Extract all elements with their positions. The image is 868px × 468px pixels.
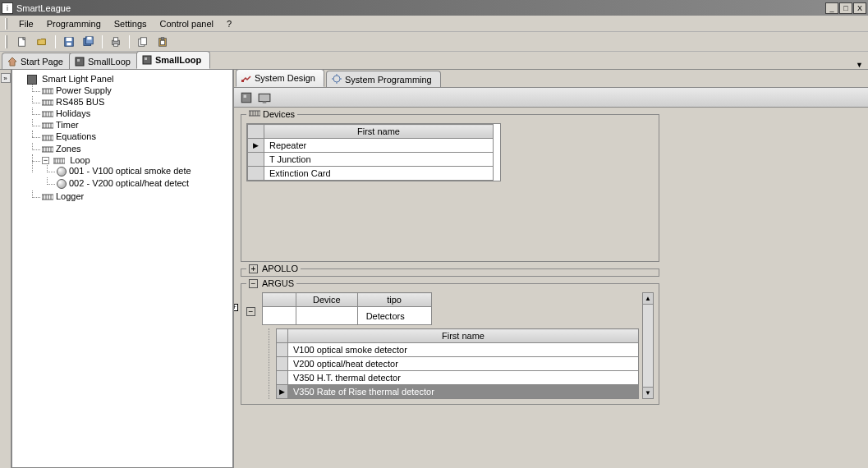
tab-smallloop-1[interactable]: SmallLoop [69,53,140,69]
table-row[interactable]: V350 H.T. thermal detector [277,371,639,385]
tree-item-label: Timer [56,120,79,130]
cell-tipo: Detectors [357,307,431,325]
table-row[interactable]: T Junction [248,153,494,167]
tree-item-timer[interactable]: Timer [42,119,232,131]
tab-system-design[interactable]: System Design [236,70,324,87]
cell: V100 optical smoke detector [288,343,639,357]
collapse-tree-button[interactable]: » [1,73,11,83]
print-button[interactable] [108,34,124,50]
table-row[interactable]: V200 optical/heat detector [277,357,639,371]
tabs-dropdown[interactable]: ▼ [856,61,863,69]
treeview-panel: Smart Light Panel Power Supply RS485 BUS… [11,70,233,468]
svg-rect-2 [67,37,72,40]
tree-loop-item-1[interactable]: 001 - V100 optical smoke dete [57,165,232,177]
argus-detectors-grid[interactable]: First name V100 optical smoke detector V… [276,328,639,399]
svg-rect-16 [77,59,80,62]
collapse-button[interactable]: − [249,279,258,288]
column-header[interactable]: First name [288,329,639,343]
tree-item-power-supply[interactable]: Power Supply [42,85,232,96]
svg-rect-59 [241,80,244,82]
menu-file[interactable]: File [12,17,40,30]
tab-label: System Programming [345,75,432,85]
tree: Smart Light Panel Power Supply RS485 BUS… [12,73,232,203]
tab-start-page[interactable]: Start Page [2,53,72,69]
tree-item-zones[interactable]: Zones [42,143,232,154]
panel-icon [75,57,85,67]
table-row[interactable]: V100 optical smoke detector [277,343,639,357]
copy-button[interactable] [135,34,151,50]
tree-item-label: Power Supply [56,85,112,95]
view-panel-button[interactable] [239,90,254,105]
tree-root-label: Smart Light Panel [42,74,113,84]
devices-grid[interactable]: First name ▶Repeater T Junction Extincti… [246,123,501,181]
cell: V350 H.T. thermal detector [288,371,639,385]
row-indicator [248,167,264,181]
argus-device-table[interactable]: Device tipo Detectors [262,292,432,325]
argus-scrollbar[interactable]: ▲ ▼ [642,292,654,399]
expand-button[interactable]: + [249,264,258,273]
expander-minus-icon[interactable]: − [42,157,49,164]
toolbar [0,32,868,52]
new-button[interactable] [14,34,30,50]
menu-programming[interactable]: Programming [40,17,108,30]
svg-rect-62 [244,94,246,97]
tree-loop-item-2[interactable]: 002 - V200 optical/heat detect [57,177,232,190]
paste-button[interactable] [154,34,171,50]
scroll-up-icon[interactable]: ▲ [643,293,653,305]
view-screen-button[interactable] [257,90,272,105]
cell: Repeater [264,139,494,153]
tree-item-holidays[interactable]: Holidays [42,108,232,119]
tab-system-programming[interactable]: System Programming [326,71,441,87]
svg-rect-14 [160,40,164,44]
tree-item-label: Loop [70,155,90,165]
minimize-button[interactable]: _ [825,2,838,14]
design-icon [241,72,251,84]
module-icon [42,87,53,95]
svg-rect-8 [113,37,117,40]
menu-control-panel[interactable]: Control panel [154,17,220,30]
detector-icon [57,179,67,189]
row-indicator-icon: ▶ [248,139,264,153]
close-button[interactable]: X [853,2,866,14]
argus-row-collapse[interactable]: − [246,307,255,316]
open-button[interactable] [34,34,50,50]
table-row[interactable]: Extinction Card [248,167,494,181]
svg-rect-64 [263,101,267,103]
menubar: File Programming Settings Control panel … [0,16,868,32]
toolbar-grip[interactable] [5,35,7,48]
column-header[interactable]: First name [264,125,494,139]
module-icon [42,99,53,107]
groupbox-title: APOLLO [262,264,298,273]
tree-item-rs485[interactable]: RS485 BUS [42,96,232,108]
module-icon [42,122,53,130]
table-row[interactable]: ▶Repeater [248,139,494,153]
tree-root[interactable]: Smart Light Panel Power Supply RS485 BUS… [27,73,232,203]
row-indicator [248,153,264,167]
svg-rect-11 [140,37,146,44]
tree-item-equations[interactable]: Equations [42,131,232,142]
tree-item-logger[interactable]: Logger [42,190,232,202]
table-row-selected[interactable]: ▶V350 Rate of Rise thermal detector [277,385,639,399]
maximize-button[interactable]: □ [839,2,852,14]
save-all-button[interactable] [80,34,97,50]
tree-item-label: Zones [56,144,81,154]
tree-item-label: RS485 BUS [56,97,104,107]
tab-smallloop-2[interactable]: SmallLoop [136,51,210,69]
window-titlebar: i SmartLeague _ □ X [0,0,868,16]
module-icon [53,157,65,165]
table-row[interactable]: Detectors [263,307,432,325]
work-tabs: System Design System Programming [234,70,868,88]
scroll-down-icon[interactable]: ▼ [643,387,653,398]
menu-help[interactable]: ? [220,17,238,30]
column-header-device[interactable]: Device [296,293,358,307]
column-header-tipo[interactable]: tipo [357,293,431,307]
device-icon-cell [296,307,358,325]
module-icon [42,145,53,154]
menu-settings[interactable]: Settings [108,17,154,30]
save-button[interactable] [61,34,77,50]
apollo-groupbox: + APOLLO [241,268,659,277]
menubar-grip[interactable] [5,18,7,30]
tree-item-label: Holidays [56,108,90,118]
tree-item-loop[interactable]: − Loop 001 - V100 optical smoke dete 002… [42,154,232,190]
home-icon [7,57,17,67]
